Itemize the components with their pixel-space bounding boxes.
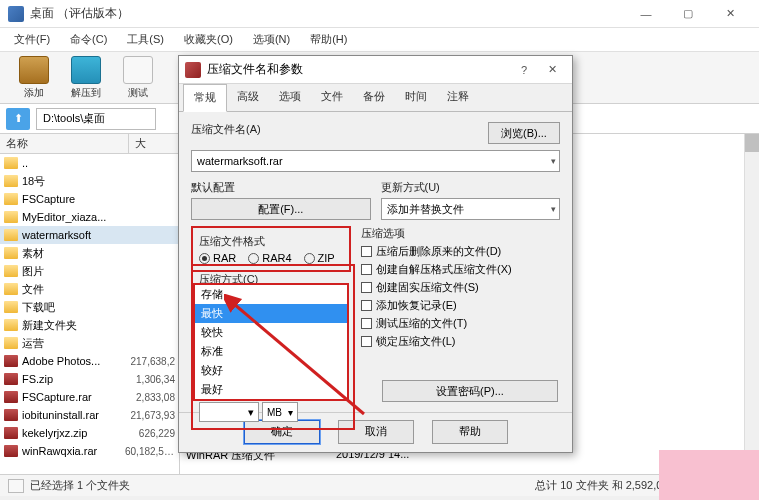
close-button[interactable]: ✕ <box>709 2 751 26</box>
profile-button[interactable]: 配置(F)... <box>191 198 371 220</box>
folder-icon <box>4 265 18 277</box>
menu-favorites[interactable]: 收藏夹(O) <box>174 29 243 50</box>
list-item[interactable]: MyEditor_xiaza... <box>0 208 179 226</box>
tab-general[interactable]: 常规 <box>183 84 227 112</box>
list-item[interactable]: FSCapture <box>0 190 179 208</box>
list-item[interactable]: kekelyrjxz.zip626,229 <box>0 424 179 442</box>
dialog-tabs: 常规 高级 选项 文件 备份 时间 注释 <box>179 84 572 112</box>
archive-file-icon <box>4 391 18 403</box>
list-item[interactable]: Adobe Photos...217,638,2 <box>0 352 179 370</box>
archive-name-input[interactable]: watermarksoft.rar▾ <box>191 150 560 172</box>
tab-comment[interactable]: 注释 <box>437 84 479 111</box>
archive-dialog: 压缩文件名和参数 ? ✕ 常规 高级 选项 文件 备份 时间 注释 压缩文件名(… <box>178 55 573 453</box>
dialog-help-button[interactable]: ? <box>510 64 538 76</box>
list-item[interactable]: 图片 <box>0 262 179 280</box>
col-name[interactable]: 名称 <box>0 134 129 153</box>
maximize-button[interactable]: ▢ <box>667 2 709 26</box>
opt-lock[interactable]: 锁定压缩文件(L) <box>361 334 560 349</box>
opt-recovery[interactable]: 添加恢复记录(E) <box>361 298 560 313</box>
dialog-titlebar: 压缩文件名和参数 ? ✕ <box>179 56 572 84</box>
menu-options[interactable]: 选项(N) <box>243 29 300 50</box>
dict-unit-select[interactable]: MB▾ <box>262 402 298 422</box>
list-item[interactable]: FS.zip1,306,34 <box>0 370 179 388</box>
method-option[interactable]: 较好 <box>195 361 347 380</box>
folder-icon <box>4 193 18 205</box>
list-item[interactable]: .. <box>0 154 179 172</box>
method-option[interactable]: 最好 <box>195 380 347 399</box>
app-icon <box>8 6 24 22</box>
add-button[interactable]: 添加 <box>8 54 60 102</box>
menu-help[interactable]: 帮助(H) <box>300 29 357 50</box>
list-item[interactable]: iobituninstall.rar21,673,93 <box>0 406 179 424</box>
list-item[interactable]: 素材 <box>0 244 179 262</box>
format-label: 压缩文件格式 <box>199 234 343 249</box>
opt-test[interactable]: 测试压缩的文件(T) <box>361 316 560 331</box>
watermark-box <box>659 450 759 500</box>
folder-icon <box>4 157 18 169</box>
list-item[interactable]: 18号 <box>0 172 179 190</box>
profile-label: 默认配置 <box>191 180 371 195</box>
up-folder-button[interactable]: ⬆ <box>6 108 30 130</box>
status-icon <box>8 479 24 493</box>
opt-delete-after[interactable]: 压缩后删除原来的文件(D) <box>361 244 560 259</box>
extract-button[interactable]: 解压到 <box>60 54 112 102</box>
list-item[interactable]: watermarksoft <box>0 226 179 244</box>
method-option[interactable]: 标准 <box>195 342 347 361</box>
tab-options[interactable]: 选项 <box>269 84 311 111</box>
folder-icon <box>4 247 18 259</box>
format-zip[interactable]: ZIP <box>304 252 335 264</box>
menu-command[interactable]: 命令(C) <box>60 29 117 50</box>
method-option[interactable]: 较快 <box>195 323 347 342</box>
opt-solid[interactable]: 创建固实压缩文件(S) <box>361 280 560 295</box>
tab-time[interactable]: 时间 <box>395 84 437 111</box>
format-rar4[interactable]: RAR4 <box>248 252 291 264</box>
format-rar[interactable]: RAR <box>199 252 236 264</box>
folder-icon <box>4 337 18 349</box>
folder-icon <box>4 229 18 241</box>
folder-icon <box>4 283 18 295</box>
archive-file-icon <box>4 373 18 385</box>
list-item[interactable]: 下载吧 <box>0 298 179 316</box>
dialog-close-button[interactable]: ✕ <box>538 63 566 76</box>
status-left: 已经选择 1 个文件夹 <box>30 478 130 493</box>
browse-button[interactable]: 浏览(B)... <box>488 122 560 144</box>
list-item[interactable]: winRawqxia.rar60,182,528 <box>0 442 179 460</box>
tab-files[interactable]: 文件 <box>311 84 353 111</box>
add-label: 添加 <box>24 86 44 100</box>
path-input[interactable] <box>36 108 156 130</box>
archive-file-icon <box>4 409 18 421</box>
dialog-title: 压缩文件名和参数 <box>207 61 510 78</box>
scrollbar[interactable] <box>744 134 759 474</box>
archive-file-icon <box>4 355 18 367</box>
password-button[interactable]: 设置密码(P)... <box>382 380 558 402</box>
test-button[interactable]: 测试 <box>112 54 164 102</box>
opt-sfx[interactable]: 创建自解压格式压缩文件(X) <box>361 262 560 277</box>
menu-file[interactable]: 文件(F) <box>4 29 60 50</box>
update-mode-select[interactable]: 添加并替换文件▾ <box>381 198 561 220</box>
list-header: 名称 大 <box>0 134 179 154</box>
extract-label: 解压到 <box>71 86 101 100</box>
file-pane: 名称 大 ..18号FSCaptureMyEditor_xiaza...wate… <box>0 134 180 474</box>
dict-size-input[interactable]: ▾ <box>199 402 259 422</box>
method-dropdown[interactable]: 存储最快较快标准较好最好 <box>193 283 349 401</box>
tab-advanced[interactable]: 高级 <box>227 84 269 111</box>
list-item[interactable]: 文件 <box>0 280 179 298</box>
list-item[interactable]: FSCapture.rar2,833,08 <box>0 388 179 406</box>
minimize-button[interactable]: — <box>625 2 667 26</box>
menubar: 文件(F) 命令(C) 工具(S) 收藏夹(O) 选项(N) 帮助(H) <box>0 28 759 52</box>
tab-backup[interactable]: 备份 <box>353 84 395 111</box>
archive-name-label: 压缩文件名(A) <box>191 122 478 137</box>
col-size[interactable]: 大 <box>129 134 179 153</box>
menu-tools[interactable]: 工具(S) <box>117 29 174 50</box>
archive-file-icon <box>4 445 18 457</box>
help-button[interactable]: 帮助 <box>432 420 508 444</box>
archive-icon <box>19 56 49 84</box>
file-list[interactable]: ..18号FSCaptureMyEditor_xiaza...watermark… <box>0 154 179 474</box>
list-item[interactable]: 新建文件夹 <box>0 316 179 334</box>
method-option[interactable]: 最快 <box>195 304 347 323</box>
folder-icon <box>4 301 18 313</box>
method-option[interactable]: 存储 <box>195 285 347 304</box>
test-label: 测试 <box>128 86 148 100</box>
update-mode-label: 更新方式(U) <box>381 180 561 195</box>
list-item[interactable]: 运营 <box>0 334 179 352</box>
